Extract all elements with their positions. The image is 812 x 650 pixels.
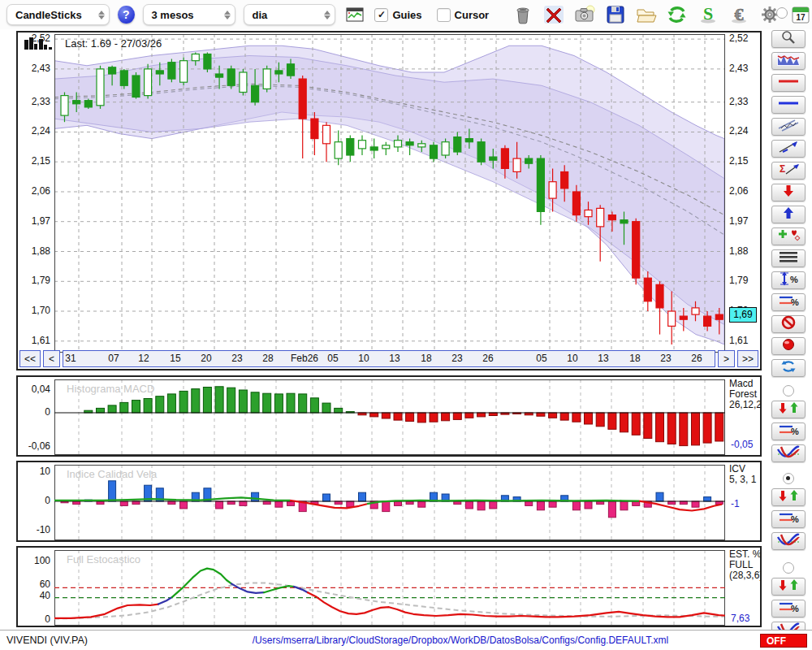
delete-x-icon[interactable] <box>542 2 565 27</box>
axis-tick-label: 2,52 <box>729 32 762 44</box>
charting-app-window: CandleSticks ? 3 mesos dia ✓ Guies Curso… <box>0 0 812 650</box>
cursor-checkbox[interactable]: Cursor <box>437 8 490 22</box>
svg-text:Σ: Σ <box>780 163 785 175</box>
axis-tick-label: 2,24 <box>729 125 762 136</box>
reload-button[interactable] <box>771 359 806 377</box>
date-label: 26 <box>680 353 713 364</box>
last-price-badge: 1,69 <box>729 307 757 323</box>
trend-channel-icon <box>776 118 801 136</box>
macd-curve-button[interactable] <box>771 444 806 462</box>
euro-icon[interactable]: € <box>728 2 750 27</box>
open-folder-icon[interactable] <box>635 2 658 27</box>
date-strip[interactable]: 31071215202328Feb26051013182326051013182… <box>63 350 715 367</box>
zoom-tool-button[interactable] <box>771 30 806 48</box>
down-up-arrows-icon <box>776 488 801 506</box>
svg-text:S: S <box>703 4 713 24</box>
stoch-title: Full Estocastico <box>67 553 140 566</box>
date-label: 23 <box>650 353 682 364</box>
svg-text:%: % <box>791 604 799 613</box>
chevron-updown-icon <box>224 11 231 20</box>
axis-tick-label: 2,15 <box>729 155 762 167</box>
guies-checkbox[interactable]: ✓ Guies <box>374 8 421 22</box>
channel-tool-button[interactable] <box>771 118 806 136</box>
macd-arrows-button[interactable] <box>771 401 806 418</box>
axis-tick-label: 1,88 <box>18 245 50 257</box>
nav-last-button[interactable]: >> <box>737 350 758 367</box>
histogram-mini-icon <box>24 37 53 54</box>
blue-hline-tool-button[interactable] <box>771 96 806 114</box>
date-label: 13 <box>378 353 411 364</box>
axis-tick-label: 2,43 <box>18 63 50 74</box>
stoch-panel-radio[interactable] <box>783 562 794 574</box>
stoch-right-label: EST. % FULL (28,3,6) <box>729 549 762 581</box>
help-button[interactable]: ? <box>118 6 135 24</box>
icv-value: -1 <box>731 498 740 509</box>
chevron-updown-icon <box>98 11 105 20</box>
chart-style-button[interactable] <box>771 52 806 70</box>
date-label: 10 <box>348 353 380 364</box>
save-floppy-icon[interactable] <box>604 2 627 27</box>
trash-icon[interactable] <box>512 2 534 27</box>
icv-curve-button[interactable] <box>771 532 806 550</box>
nav-first-button[interactable]: << <box>19 350 41 367</box>
svg-text:€: € <box>735 4 744 24</box>
add-marker-tool-button[interactable] <box>771 228 806 245</box>
lines-percent-icon: % <box>776 293 801 311</box>
money-sync-icon[interactable]: S <box>697 2 719 27</box>
date-label: 13 <box>587 353 620 364</box>
arrow-down-tool-button[interactable] <box>771 184 806 202</box>
date-label: 07 <box>97 353 130 364</box>
levels-tool-button[interactable] <box>771 249 806 267</box>
icv-arrows-button[interactable] <box>771 488 806 506</box>
macd-panel-radio[interactable] <box>783 385 794 396</box>
macd-lines-percent-button[interactable]: % <box>771 422 806 440</box>
record-button[interactable] <box>771 337 806 355</box>
period-select[interactable]: 3 mesos <box>143 4 235 25</box>
price-volume-chart-icon <box>776 52 801 70</box>
regression-tool-button[interactable]: Σ <box>771 162 806 180</box>
guies-label: Guies <box>392 9 421 21</box>
lines-percent-tool-button[interactable]: % <box>771 293 806 311</box>
stoch-arrows-button[interactable] <box>771 578 806 596</box>
date-label: 23 <box>221 353 253 364</box>
lines-percent-icon: % <box>776 600 801 618</box>
calendar-icon[interactable]: 17 <box>789 2 812 27</box>
no-entry-icon <box>776 315 801 333</box>
svg-text:%: % <box>790 275 798 284</box>
chart-type-select[interactable]: CandleSticks <box>6 4 110 25</box>
trendline-tool-button[interactable] <box>771 140 806 158</box>
magnifier-icon <box>776 30 801 48</box>
axis-tick-label: 2,43 <box>729 63 762 74</box>
macd-plot-area[interactable] <box>54 379 725 457</box>
icv-lines-percent-button[interactable]: % <box>771 510 806 528</box>
red-hline-tool-button[interactable] <box>771 74 806 92</box>
stoch-lines-percent-button[interactable]: % <box>771 600 806 618</box>
price-plot-area[interactable] <box>54 34 725 356</box>
date-label: 23 <box>441 353 473 364</box>
status-bar: VIVENDI (VIV.PA) /Users/mserra/Library/C… <box>0 630 812 650</box>
axis-tick-label: 10 <box>18 466 50 477</box>
tool-sidebar: Σ % % % % % <box>768 30 809 639</box>
interval-select[interactable]: dia <box>244 4 336 25</box>
date-label: 31 <box>54 353 87 364</box>
off-button[interactable]: OFF <box>760 634 807 648</box>
arrow-up-tool-button[interactable] <box>771 206 806 223</box>
icv-panel-radio[interactable] <box>783 473 794 484</box>
cursor-label: Cursor <box>455 9 490 21</box>
axis-tick-label: 0 <box>18 495 50 506</box>
icv-title: Indice Calidad Vela <box>67 468 157 480</box>
refresh-icon[interactable] <box>666 2 689 27</box>
disable-tool-button[interactable] <box>771 315 806 333</box>
date-label: 15 <box>159 353 192 364</box>
last-price-label: Last: 1.69 - 27/03/26 <box>65 37 162 50</box>
vertical-measure-percent-icon: % <box>776 271 801 289</box>
mini-chart-window-icon[interactable] <box>343 2 366 27</box>
axis-tick-label: 100 <box>18 555 50 566</box>
measure-percent-tool-button[interactable]: % <box>771 271 806 289</box>
camera-icon[interactable] <box>573 2 596 27</box>
price-panel-radio[interactable] <box>776 7 788 19</box>
axis-tick-label: 1,79 <box>729 275 762 286</box>
date-label: 05 <box>525 353 558 364</box>
nav-next-button[interactable]: > <box>718 350 735 367</box>
stoch-plot-area[interactable] <box>54 550 725 627</box>
